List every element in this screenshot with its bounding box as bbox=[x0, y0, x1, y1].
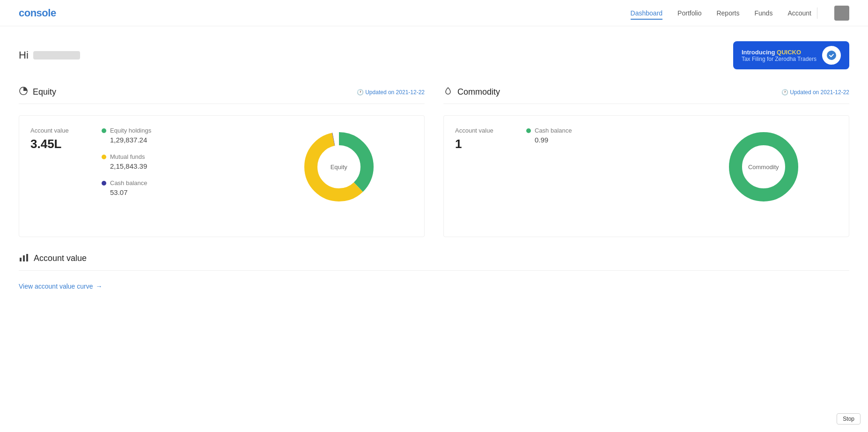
svg-rect-5 bbox=[20, 258, 22, 261]
equity-donut-label: Equity bbox=[331, 164, 347, 171]
legend-item-equity-holdings: Equity holdings 1,29,837.24 bbox=[102, 127, 250, 144]
quicko-intro: Introducing QUICKO bbox=[742, 49, 817, 56]
greeting-row: Hi Introducing QUICKO Tax Filing for Zer… bbox=[19, 41, 849, 69]
greeting-text: Hi bbox=[19, 49, 80, 61]
navbar: console Dashboard Portfolio Reports Fund… bbox=[0, 0, 868, 26]
nav-item-portfolio[interactable]: Portfolio bbox=[677, 9, 701, 17]
equity-account-value-block: Account value 3.45L bbox=[30, 127, 87, 151]
legend-item-mutual-funds: Mutual funds 2,15,843.39 bbox=[102, 153, 250, 170]
equity-holdings-label: Equity holdings bbox=[110, 127, 151, 134]
commodity-donut: Commodity bbox=[724, 127, 803, 207]
stop-button[interactable]: Stop bbox=[837, 413, 861, 425]
equity-cash-label: Cash balance bbox=[110, 179, 147, 186]
equity-header: Equity 🕐 Updated on 2021-12-22 bbox=[19, 86, 425, 104]
commodity-account-value-label: Account value bbox=[455, 127, 511, 134]
equity-chart: Equity bbox=[265, 127, 413, 207]
commodity-content: Account value 1 Cash balance 0.99 bbox=[443, 115, 849, 237]
equity-updated: 🕐 Updated on 2021-12-22 bbox=[357, 89, 425, 96]
account-value-title: Account value bbox=[34, 253, 87, 263]
view-curve-arrow: → bbox=[96, 283, 103, 290]
view-account-value-curve-link[interactable]: View account value curve → bbox=[19, 283, 103, 290]
equity-title-label: Equity bbox=[33, 87, 56, 97]
equity-panel: Equity 🕐 Updated on 2021-12-22 Account v… bbox=[19, 86, 425, 237]
commodity-cash-value: 0.99 bbox=[535, 136, 675, 144]
nav-item-reports[interactable]: Reports bbox=[716, 9, 739, 17]
commodity-updated: 🕐 Updated on 2021-12-22 bbox=[781, 89, 849, 96]
avatar[interactable] bbox=[834, 6, 849, 21]
quicko-banner[interactable]: Introducing QUICKO Tax Filing for Zerodh… bbox=[733, 41, 849, 69]
commodity-title: Commodity bbox=[443, 86, 500, 98]
commodity-legend: Cash balance 0.99 bbox=[526, 127, 675, 144]
account-value-bars-icon bbox=[19, 252, 29, 265]
equity-donut: Equity bbox=[299, 127, 379, 207]
equity-account-value-label: Account value bbox=[30, 127, 87, 134]
commodity-account-value-amount: 1 bbox=[455, 137, 511, 151]
equity-content: Account value 3.45L Equity holdings 1,29… bbox=[19, 115, 425, 237]
hi-label: Hi bbox=[19, 49, 29, 61]
logo[interactable]: console bbox=[19, 7, 56, 19]
commodity-cash-dot bbox=[526, 128, 531, 133]
equity-legend: Equity holdings 1,29,837.24 Mutual funds… bbox=[102, 127, 250, 196]
commodity-header: Commodity 🕐 Updated on 2021-12-22 bbox=[443, 86, 849, 104]
quicko-text-block: Introducing QUICKO Tax Filing for Zerodh… bbox=[742, 49, 817, 62]
svg-point-0 bbox=[827, 51, 836, 60]
commodity-icon bbox=[443, 86, 453, 98]
commodity-account-value-block: Account value 1 bbox=[455, 127, 511, 151]
nav-separator bbox=[817, 7, 817, 19]
account-value-section: Account value View account value curve → bbox=[19, 252, 849, 290]
mutual-funds-label: Mutual funds bbox=[110, 153, 145, 160]
dashboard-panels: Equity 🕐 Updated on 2021-12-22 Account v… bbox=[19, 86, 849, 237]
equity-title: Equity bbox=[19, 86, 56, 98]
commodity-panel: Commodity 🕐 Updated on 2021-12-22 Accoun… bbox=[443, 86, 849, 237]
equity-holdings-value: 1,29,837.24 bbox=[110, 136, 250, 144]
quicko-subtitle: Tax Filing for Zerodha Traders bbox=[742, 56, 817, 62]
mutual-funds-dot bbox=[102, 155, 106, 159]
equity-holdings-dot bbox=[102, 128, 106, 133]
svg-rect-7 bbox=[26, 254, 28, 261]
svg-rect-6 bbox=[23, 255, 25, 261]
quicko-icon bbox=[822, 46, 841, 65]
account-value-section-header: Account value bbox=[19, 252, 849, 271]
equity-account-value-amount: 3.45L bbox=[30, 137, 87, 151]
commodity-donut-label: Commodity bbox=[748, 164, 779, 171]
main-content: Hi Introducing QUICKO Tax Filing for Zer… bbox=[0, 26, 868, 305]
legend-item-equity-cash: Cash balance 53.07 bbox=[102, 179, 250, 196]
equity-icon bbox=[19, 86, 28, 98]
user-name-placeholder bbox=[33, 51, 80, 60]
commodity-cash-label: Cash balance bbox=[535, 127, 572, 134]
legend-item-commodity-cash: Cash balance 0.99 bbox=[526, 127, 675, 144]
commodity-title-label: Commodity bbox=[457, 87, 500, 97]
commodity-chart: Commodity bbox=[690, 127, 838, 207]
equity-cash-dot bbox=[102, 181, 106, 186]
mutual-funds-value: 2,15,843.39 bbox=[110, 162, 250, 170]
nav-item-dashboard[interactable]: Dashboard bbox=[631, 9, 663, 17]
view-curve-label: View account value curve bbox=[19, 283, 93, 290]
nav-links: Dashboard Portfolio Reports Funds Accoun… bbox=[631, 9, 811, 17]
equity-cash-value: 53.07 bbox=[110, 188, 250, 196]
nav-item-account[interactable]: Account bbox=[787, 9, 811, 17]
nav-item-funds[interactable]: Funds bbox=[754, 9, 772, 17]
